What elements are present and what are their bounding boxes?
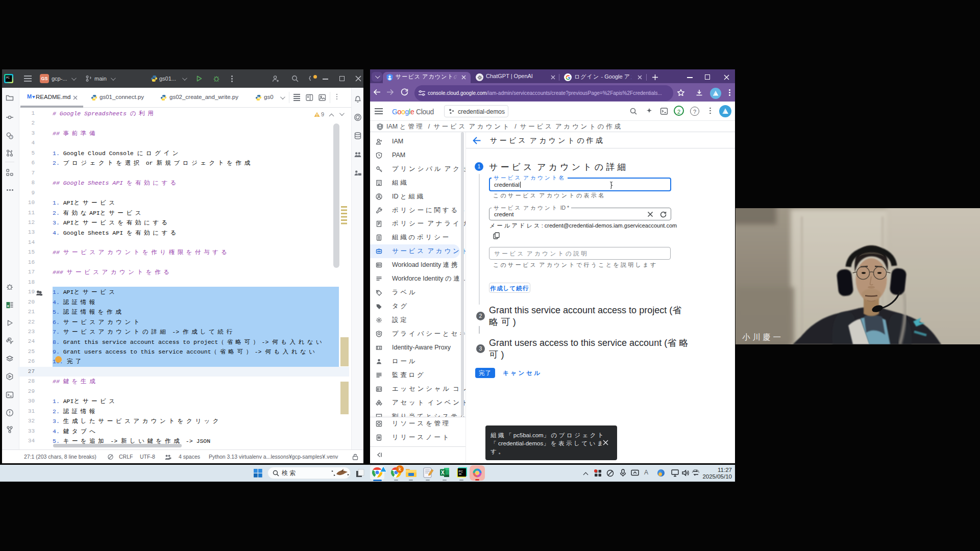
svg-text:PC: PC <box>459 470 463 473</box>
svg-text:X: X <box>441 470 445 475</box>
svg-text:x: x <box>7 304 10 308</box>
svg-text:?: ? <box>10 135 12 139</box>
svg-text:PC: PC <box>6 76 10 79</box>
